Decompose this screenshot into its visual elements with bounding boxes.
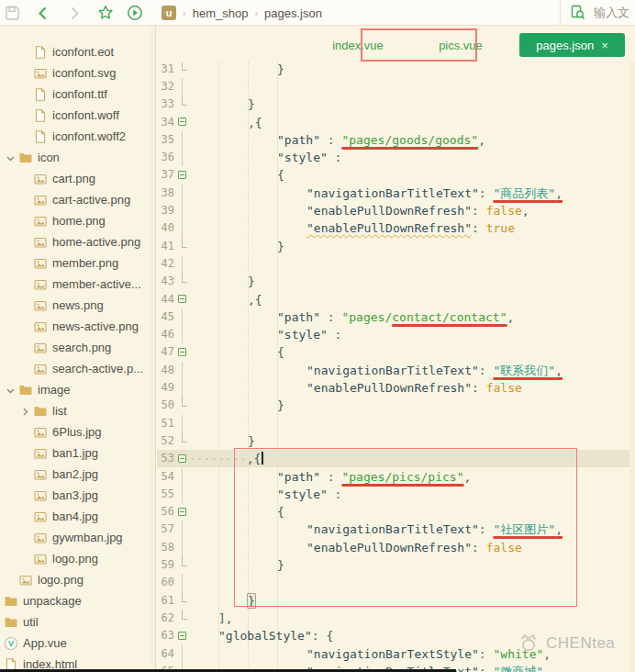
code-line-58[interactable]: 58"enablePullDownRefresh": false bbox=[157, 539, 635, 556]
code-text: } bbox=[277, 238, 284, 255]
code-line-59[interactable]: 59} bbox=[157, 556, 635, 574]
code-line-57[interactable]: 57"navigationBarTitleText": "社区图片", bbox=[157, 521, 635, 538]
fold-collapse-icon[interactable] bbox=[177, 166, 188, 184]
code-line-32[interactable]: 32 bbox=[157, 78, 635, 95]
fold-collapse-icon[interactable] bbox=[177, 627, 188, 644]
fold-collapse-icon[interactable] bbox=[177, 450, 188, 467]
code-editor[interactable]: 31}3233}34,{35"path" : "pages/goods/good… bbox=[157, 62, 635, 672]
code-line-36[interactable]: 36"style" : bbox=[157, 149, 635, 166]
fold-guide bbox=[177, 521, 188, 538]
tree-item-gywmban-jpg[interactable]: gywmban.jpg bbox=[0, 527, 156, 548]
tree-item-logo-png[interactable]: logo.png bbox=[0, 548, 156, 569]
back-icon[interactable] bbox=[33, 3, 53, 23]
tree-item-cart-active-png[interactable]: cart-active.png bbox=[0, 189, 156, 210]
star-icon[interactable] bbox=[95, 3, 116, 23]
tree-item-ban4-jpg[interactable]: ban4.jpg bbox=[0, 506, 156, 527]
code-line-34[interactable]: 34,{ bbox=[157, 114, 635, 131]
fold-guide bbox=[177, 379, 188, 397]
tree-item-iconfont-woff2[interactable]: iconfont.woff2 bbox=[0, 126, 156, 147]
code-line-46[interactable]: 46"style" : bbox=[157, 326, 635, 343]
tree-item-list[interactable]: list bbox=[0, 400, 156, 421]
tree-item-image[interactable]: image bbox=[0, 379, 156, 400]
tree-item-logo-png[interactable]: logo.png bbox=[0, 569, 156, 590]
tree-item-App-vue[interactable]: VApp.vue bbox=[0, 633, 156, 654]
code-line-62[interactable]: 62], bbox=[157, 610, 635, 627]
code-line-41[interactable]: 41} bbox=[157, 238, 635, 255]
code-line-56[interactable]: 56{ bbox=[157, 503, 635, 521]
code-line-51[interactable]: 51 bbox=[157, 415, 635, 432]
code-line-42[interactable]: 42 bbox=[157, 255, 635, 273]
line-number: 64 bbox=[157, 645, 174, 663]
tree-item-search-active-p-[interactable]: search-active.p... bbox=[0, 358, 156, 379]
fold-collapse-icon[interactable] bbox=[177, 291, 188, 308]
tree-item-6Plus-jpg[interactable]: 6Plus.jpg bbox=[0, 421, 156, 442]
chevron-right-icon[interactable] bbox=[21, 405, 30, 414]
chevron-down-icon[interactable] bbox=[6, 151, 16, 161]
fold-collapse-icon[interactable] bbox=[177, 503, 188, 521]
fold-collapse-icon[interactable] bbox=[177, 114, 188, 131]
code-line-43[interactable]: 43} bbox=[157, 273, 635, 290]
tree-item-news-active-png[interactable]: news-active.png bbox=[0, 316, 156, 337]
tree-item-member-png[interactable]: member.png bbox=[0, 252, 156, 274]
tab-index-vue[interactable]: index.vue bbox=[317, 33, 399, 57]
tree-item-iconfont-ttf[interactable]: iconfont.ttf bbox=[0, 84, 156, 105]
tree-item-home-png[interactable]: home.png bbox=[0, 210, 156, 231]
code-line-47[interactable]: 47{ bbox=[157, 343, 635, 361]
file-search-box[interactable]: 输入文 bbox=[560, 0, 635, 25]
tab-pages-json[interactable]: pages.json× bbox=[519, 33, 625, 57]
tree-item-ban1-jpg[interactable]: ban1.jpg bbox=[0, 442, 156, 464]
code-line-49[interactable]: 49"enablePullDownRefresh": false bbox=[157, 379, 635, 397]
tree-item-unpackage[interactable]: unpackage bbox=[0, 590, 156, 611]
tree-item-cart-png[interactable]: cart.png bbox=[0, 168, 156, 189]
breadcrumb[interactable]: u ›hem_shop›pages.json bbox=[162, 0, 322, 26]
code-line-50[interactable]: 50} bbox=[157, 397, 635, 414]
code-line-54[interactable]: 54"path" : "pages/pics/pics", bbox=[157, 468, 635, 486]
tab-pics-vue[interactable]: pics.vue bbox=[419, 33, 502, 57]
fold-collapse-icon[interactable] bbox=[177, 343, 188, 361]
tree-item-home-active-png[interactable]: home-active.png bbox=[0, 231, 156, 252]
code-line-38[interactable]: 38"navigationBarTitleText": "商品列表", bbox=[157, 185, 635, 202]
code-line-40[interactable]: 40"enablePullDownRefresh": true bbox=[157, 219, 635, 237]
tree-item-icon[interactable]: icon bbox=[0, 147, 156, 168]
tree-item-util[interactable]: util bbox=[0, 611, 156, 633]
code-line-55[interactable]: 55"style" : bbox=[157, 486, 635, 503]
image-icon bbox=[33, 488, 48, 503]
tree-item-ban3-jpg[interactable]: ban3.jpg bbox=[0, 485, 156, 506]
code-line-45[interactable]: 45"path" : "pages/contact/contact", bbox=[157, 308, 635, 326]
tree-item-news-png[interactable]: news.png bbox=[0, 295, 156, 316]
tree-item-ban2-jpg[interactable]: ban2.jpg bbox=[0, 464, 156, 485]
tree-item-search-png[interactable]: search.png bbox=[0, 337, 156, 358]
token-punc: : bbox=[328, 328, 342, 342]
code-line-44[interactable]: 44,{ bbox=[157, 291, 635, 308]
save-icon[interactable] bbox=[2, 3, 22, 23]
fold-guide bbox=[177, 219, 188, 237]
tree-item-iconfont-eot[interactable]: iconfont.eot bbox=[0, 41, 156, 62]
folder-icon bbox=[4, 615, 18, 630]
code-line-52[interactable]: 52} bbox=[157, 432, 635, 450]
fold-guide bbox=[177, 78, 188, 95]
tree-item-member-active-[interactable]: member-active... bbox=[0, 274, 156, 295]
code-line-37[interactable]: 37{ bbox=[157, 166, 635, 184]
token-punc: , bbox=[555, 522, 563, 536]
image-icon bbox=[33, 446, 48, 461]
code-line-48[interactable]: 48"navigationBarTitleText": "联系我们", bbox=[157, 362, 635, 379]
image-icon bbox=[33, 214, 48, 229]
breadcrumb-item[interactable]: hem_shop bbox=[193, 6, 249, 20]
code-line-39[interactable]: 39"enablePullDownRefresh": false, bbox=[157, 202, 635, 219]
chevron-down-icon[interactable] bbox=[6, 384, 16, 393]
tree-item-label: ban3.jpg bbox=[52, 488, 98, 502]
breadcrumb-item[interactable]: pages.json bbox=[264, 6, 322, 20]
token-punc: : bbox=[328, 151, 342, 164]
code-line-35[interactable]: 35"path" : "pages/goods/goods", bbox=[157, 131, 635, 149]
run-icon[interactable] bbox=[125, 3, 145, 23]
code-line-53[interactable]: 53········,{ bbox=[157, 450, 635, 467]
code-line-61[interactable]: 61} bbox=[157, 592, 635, 610]
editor-scrollbar[interactable] bbox=[629, 62, 635, 672]
tree-item-iconfont-woff[interactable]: iconfont.woff bbox=[0, 105, 156, 126]
tree-item-iconfont-svg[interactable]: iconfont.svg bbox=[0, 62, 156, 84]
code-line-60[interactable]: 60 bbox=[157, 574, 635, 591]
tab-close-icon[interactable]: × bbox=[601, 39, 608, 52]
code-line-33[interactable]: 33} bbox=[157, 95, 635, 113]
forward-icon[interactable] bbox=[64, 3, 84, 23]
code-line-31[interactable]: 31} bbox=[157, 62, 635, 78]
